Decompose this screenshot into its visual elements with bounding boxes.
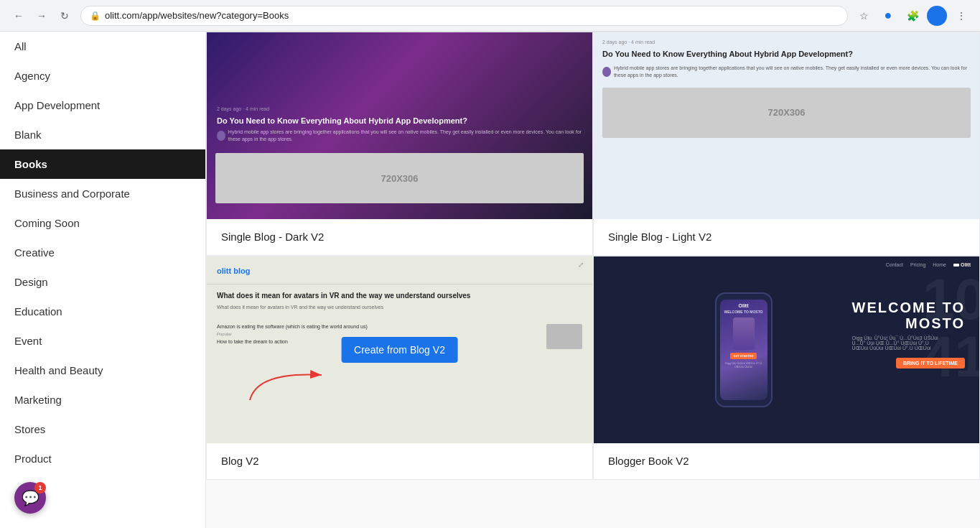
sidebar-item-education[interactable]: Education: [0, 297, 205, 326]
sidebar-item-label: Education: [14, 305, 62, 318]
chat-bubble[interactable]: 💬 1: [14, 482, 46, 514]
card-info-blog-v2: Blog V2: [207, 443, 592, 479]
sidebar-item-design[interactable]: Design: [0, 267, 205, 297]
sidebar-item-agency[interactable]: Agency: [0, 61, 205, 91]
card-title-blog-v2: Blog V2: [221, 455, 259, 467]
template-card-single-blog-light-v2[interactable]: 2 days ago · 4 min read Do You Need to K…: [593, 32, 980, 256]
template-card-blogger-book-v2[interactable]: Contact Pricing Home Olitt 1041 WELCOME …: [593, 256, 980, 480]
sidebar-item-all[interactable]: All: [0, 32, 205, 61]
create-from-blog-v2-button[interactable]: Create from Blog V2: [341, 337, 458, 363]
template-card-single-blog-dark-v2[interactable]: 2 days ago · 4 min read Do You Need to K…: [206, 32, 593, 256]
app-layout: All Agency App Development Blank Books B…: [0, 32, 980, 528]
url-text: olitt.com/app/websites/new?category=Book…: [105, 10, 289, 21]
sidebar-item-label: All: [14, 40, 27, 52]
profile-circle[interactable]: ●: [878, 6, 898, 26]
nav-buttons: ← → ↻: [9, 6, 75, 26]
sidebar: All Agency App Development Blank Books B…: [0, 32, 206, 528]
sidebar-item-label: Coming Soon: [14, 217, 80, 229]
sidebar-item-health-beauty[interactable]: Health and Beauty: [0, 356, 205, 385]
sidebar-item-product[interactable]: Product: [0, 444, 205, 473]
chat-badge: 1: [34, 482, 46, 494]
template-preview-blog-v2: ⤢ olitt blog What does it mean for avata…: [207, 256, 592, 443]
sidebar-item-label: Stores: [14, 423, 45, 435]
forward-button[interactable]: →: [32, 6, 52, 26]
sidebar-item-label: Agency: [14, 70, 50, 82]
back-button[interactable]: ←: [9, 6, 29, 26]
refresh-button[interactable]: ↻: [55, 6, 75, 26]
resize-icon: ⤢: [578, 261, 587, 269]
blog-v2-article-title: What does it mean for avatars in VR and …: [217, 292, 582, 300]
sidebar-item-label: App Development: [14, 99, 100, 111]
blog-v2-thumbnail: [546, 324, 582, 349]
extensions-button[interactable]: 🧩: [902, 6, 923, 26]
content-area: 2 days ago · 4 min read Do You Need to K…: [206, 32, 980, 528]
sidebar-item-books[interactable]: Books: [0, 149, 205, 179]
sidebar-item-label: Business and Corporate: [14, 187, 130, 200]
sidebar-item-blank[interactable]: Blank: [0, 120, 205, 149]
sidebar-item-label: Blank: [14, 129, 42, 141]
blog-v2-brand: olitt blog: [217, 267, 250, 275]
blog-v2-footer1: Amazon is eating the software (which is …: [217, 324, 541, 329]
sidebar-item-label: Design: [14, 276, 48, 288]
lock-icon: 🔒: [90, 11, 101, 21]
template-card-blog-v2[interactable]: ⤢ olitt blog What does it mean for avata…: [206, 256, 593, 480]
user-avatar[interactable]: [927, 6, 947, 26]
sidebar-item-label: Event: [14, 335, 42, 347]
star-button[interactable]: ☆: [854, 6, 874, 26]
sidebar-item-label: Creative: [14, 246, 55, 259]
sidebar-item-creative[interactable]: Creative: [0, 238, 205, 267]
browser-actions: ☆ ● 🧩 ⋮: [854, 6, 971, 26]
sidebar-item-event[interactable]: Event: [0, 326, 205, 356]
templates-grid: 2 days ago · 4 min read Do You Need to K…: [206, 32, 980, 480]
sidebar-item-business-corporate[interactable]: Business and Corporate: [0, 179, 205, 208]
sidebar-item-coming-soon[interactable]: Coming Soon: [0, 208, 205, 238]
address-bar[interactable]: 🔒 olitt.com/app/websites/new?category=Bo…: [80, 6, 848, 26]
create-button-container: Create from Blog V2: [341, 337, 458, 363]
sidebar-item-label: Books: [14, 158, 47, 170]
browser-chrome: ← → ↻ 🔒 olitt.com/app/websites/new?categ…: [0, 0, 980, 32]
sidebar-item-label: Product: [14, 453, 52, 465]
sidebar-item-stores[interactable]: Stores: [0, 414, 205, 444]
sidebar-item-marketing[interactable]: Marketing: [0, 385, 205, 414]
sidebar-item-label: Marketing: [14, 394, 62, 406]
sidebar-item-label: Health and Beauty: [14, 364, 103, 376]
menu-button[interactable]: ⋮: [951, 6, 971, 26]
sidebar-item-app-development[interactable]: App Development: [0, 91, 205, 120]
